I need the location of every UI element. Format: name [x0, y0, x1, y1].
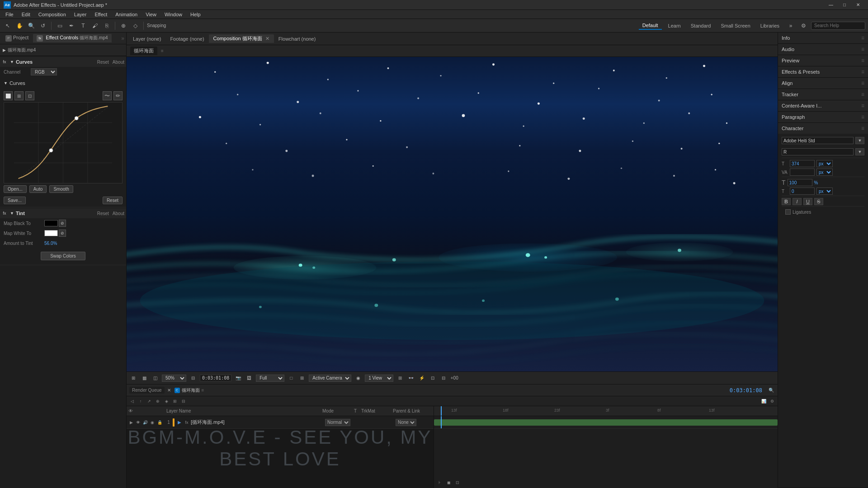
- tab-footage[interactable]: Footage (none): [165, 35, 208, 42]
- comp-current-time[interactable]: 0:03:01:08: [200, 375, 231, 381]
- scale-h-input[interactable]: [788, 179, 812, 186]
- curves-expand[interactable]: ▼: [10, 60, 14, 64]
- comp-tab-more[interactable]: ≡: [161, 48, 164, 53]
- character-header[interactable]: Character ≡: [778, 123, 868, 134]
- tint-expand[interactable]: ▼: [10, 211, 14, 216]
- layer-lock[interactable]: 🔒: [156, 419, 163, 426]
- baseline-unit-select[interactable]: px: [816, 188, 833, 195]
- tl-btn-markers[interactable]: ◁: [128, 398, 136, 405]
- paragraph-more[interactable]: ≡: [861, 114, 864, 120]
- timeline-search-btn[interactable]: 🔍: [768, 387, 775, 394]
- effect-controls-tab[interactable]: fx Effect Controls 循环海面.mp4: [33, 34, 111, 42]
- minimize-button[interactable]: —: [825, 0, 837, 10]
- comp-display-btn[interactable]: ▦: [140, 374, 148, 382]
- paragraph-header[interactable]: Paragraph ≡: [778, 112, 868, 122]
- curve-reset-btn[interactable]: Reset: [103, 197, 123, 204]
- preview-header[interactable]: Preview ≡: [778, 55, 868, 66]
- comp-trans-grid[interactable]: ⊞: [298, 374, 306, 382]
- menu-file[interactable]: File: [2, 11, 17, 18]
- map-white-eyedropper[interactable]: ⊘: [59, 230, 66, 237]
- underline-btn[interactable]: U: [803, 198, 812, 205]
- align-header[interactable]: Align ≡: [778, 78, 868, 89]
- track-bar-0[interactable]: [434, 419, 778, 426]
- tab-flowchart[interactable]: Flowchart (none): [274, 35, 321, 42]
- tl-btn-settings[interactable]: ⚙: [769, 398, 776, 405]
- font-style-input[interactable]: [782, 148, 854, 155]
- ligatures-checkbox[interactable]: [785, 209, 791, 215]
- comp-snapshot-btn[interactable]: 📷: [234, 374, 242, 382]
- tool-paint[interactable]: 🖌: [90, 21, 100, 31]
- curve-tool-node[interactable]: ⬜: [4, 91, 13, 100]
- font-browse-btn[interactable]: ▼: [855, 137, 864, 144]
- curve-auto-btn[interactable]: Auto: [29, 185, 47, 193]
- preview-more[interactable]: ≡: [861, 57, 864, 64]
- curve-smooth-btn[interactable]: Smooth: [49, 185, 73, 193]
- comp-toggle-pixel[interactable]: ⊟: [439, 374, 448, 382]
- layer-video-toggle[interactable]: 👁: [135, 419, 141, 426]
- tool-hand[interactable]: ✋: [14, 21, 24, 31]
- comp-3d-glasses[interactable]: 👓: [407, 374, 415, 382]
- tint-reset-btn[interactable]: Reset: [97, 211, 109, 216]
- comp-always-preview[interactable]: +00: [450, 374, 458, 382]
- workspace-more[interactable]: »: [786, 21, 796, 31]
- layer-expand-toggle[interactable]: ▶: [128, 420, 134, 425]
- info-more[interactable]: ≡: [861, 35, 864, 41]
- project-tab[interactable]: PProject: [2, 34, 32, 42]
- comp-view-select[interactable]: 1 View 2 Views 4 Views: [365, 375, 393, 382]
- layer-mode-select[interactable]: Normal Add Multiply: [325, 419, 350, 426]
- track-go-start[interactable]: ⊦: [436, 479, 443, 486]
- menu-window[interactable]: Window: [161, 11, 186, 18]
- tool-pen[interactable]: ✒: [66, 21, 76, 31]
- menu-effect[interactable]: Effect: [91, 11, 111, 18]
- comp-quality-icon[interactable]: □: [287, 374, 295, 382]
- curves-reset-btn[interactable]: Reset: [97, 60, 109, 65]
- content-aware-header[interactable]: Content-Aware I... ≡: [778, 100, 868, 111]
- tool-select[interactable]: ↖: [3, 21, 13, 31]
- menu-composition[interactable]: Composition: [35, 11, 70, 18]
- tracker-more[interactable]: ≡: [861, 91, 864, 98]
- comp-region-btn[interactable]: ⊞: [129, 374, 137, 382]
- workspace-standard[interactable]: Standard: [687, 22, 715, 29]
- strikethrough-btn[interactable]: S: [814, 198, 823, 205]
- tl-btn-cue[interactable]: ⊞: [171, 398, 179, 405]
- tl-btn-graph[interactable]: 📊: [760, 398, 767, 405]
- tab-comp-close[interactable]: ✕: [265, 36, 269, 41]
- curve-open-btn[interactable]: Open...: [4, 185, 27, 193]
- bold-btn[interactable]: B: [782, 198, 791, 205]
- swap-colors-btn[interactable]: Swap Colors: [41, 252, 85, 260]
- italic-btn[interactable]: I: [793, 198, 802, 205]
- audio-more[interactable]: ≡: [861, 46, 864, 52]
- menu-view[interactable]: View: [142, 11, 160, 18]
- layer-name[interactable]: [循环海面.mp4]: [191, 419, 325, 426]
- comp-grid-guide[interactable]: ⊡: [429, 374, 437, 382]
- workspace-libraries[interactable]: Libraries: [757, 22, 783, 29]
- comp-camera-select[interactable]: Active Camera: [309, 375, 351, 382]
- tl-btn-hide[interactable]: ⊟: [180, 398, 187, 405]
- comp-color-btn[interactable]: ◫: [151, 374, 159, 382]
- tl-btn-lift[interactable]: ↑: [137, 398, 144, 405]
- tab-composition[interactable]: Composition 循环海面 ✕: [209, 34, 274, 43]
- comp-zoom-select[interactable]: 50% 100% 25%: [162, 375, 186, 382]
- curve-tool-reset-view[interactable]: ⊡: [25, 91, 34, 100]
- left-panel-more[interactable]: »: [121, 35, 124, 42]
- close-button[interactable]: ✕: [852, 0, 864, 10]
- map-black-eyedropper[interactable]: ⊘: [59, 220, 66, 227]
- tool-shape[interactable]: ◇: [130, 21, 140, 31]
- align-more[interactable]: ≡: [861, 80, 864, 86]
- timeline-comp-tab[interactable]: 循环海面: [182, 387, 200, 394]
- comp-show-snap[interactable]: 🖼: [245, 374, 253, 382]
- render-queue-close[interactable]: ✕: [167, 388, 171, 393]
- comp-fast-preview[interactable]: ⚡: [418, 374, 426, 382]
- workspace-small-screen[interactable]: Small Screen: [717, 22, 754, 29]
- tool-zoom[interactable]: 🔍: [26, 21, 36, 31]
- curve-tool-resize[interactable]: ⊞: [14, 91, 24, 100]
- tl-btn-extract[interactable]: ↗: [146, 398, 153, 405]
- menu-layer[interactable]: Layer: [71, 11, 90, 18]
- ec-expand-arrow[interactable]: ▶: [3, 48, 6, 52]
- amount-value[interactable]: 56.0%: [44, 241, 57, 246]
- tool-rotate[interactable]: ↺: [38, 21, 48, 31]
- tint-fx-toggle[interactable]: fx: [2, 211, 7, 216]
- curve-tool-smooth-draw[interactable]: ✏: [113, 91, 123, 100]
- tool-rect[interactable]: ▭: [55, 21, 65, 31]
- curve-save-btn[interactable]: Save...: [4, 197, 26, 204]
